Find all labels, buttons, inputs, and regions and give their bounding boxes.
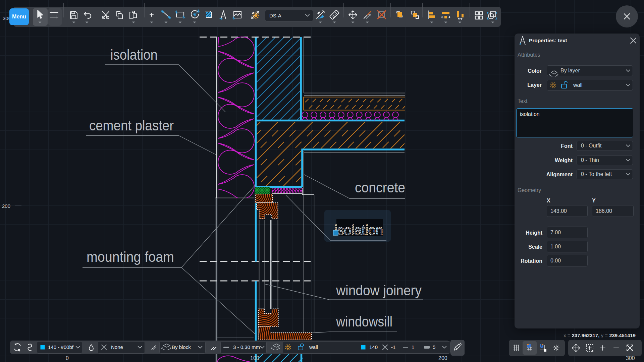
svg-text:concrete: concrete	[355, 180, 405, 195]
svg-text:windowsill: windowsill	[336, 314, 392, 329]
svg-text:mounting foam: mounting foam	[87, 249, 174, 265]
svg-text:isolation: isolation	[334, 222, 383, 238]
svg-text:window joinery: window joinery	[336, 283, 422, 298]
svg-text:cement plaster: cement plaster	[89, 118, 174, 133]
svg-text:isolation: isolation	[110, 47, 158, 63]
